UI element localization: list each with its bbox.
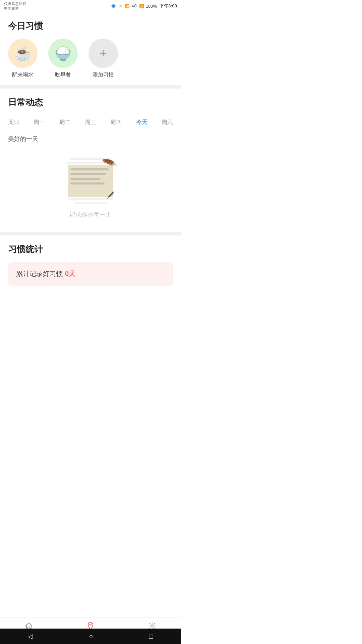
divider-2 [0, 232, 181, 235]
divider-1 [0, 85, 181, 89]
status-bar: 仅限紧急呼叫 中国联通 🔷 ⚡ 📶 4G 📶 100% 下午3:03 [0, 0, 181, 12]
day-sunday[interactable]: 周日 [5, 116, 22, 128]
habits-row: ☕ 醒来喝水 🍚 吃早餐 + 添加习惯 [8, 39, 173, 78]
stats-section: 习惯统计 累计记录好习惯 0天 [0, 235, 181, 291]
habit-icon-breakfast: 🍚 [48, 39, 78, 68]
battery-text: 100% [146, 4, 157, 9]
plus-icon: + [100, 46, 107, 60]
habits-section: 今日习惯 ☕ 醒来喝水 🍚 吃早餐 + 添加习惯 [0, 12, 181, 85]
stats-card-text: 累计记录好习惯 [16, 269, 63, 278]
day-today[interactable]: 今天 [133, 116, 150, 128]
habit-item-add[interactable]: + 添加习惯 [88, 39, 118, 78]
stats-card: 累计记录好习惯 0天 [8, 262, 173, 286]
scroll-content [70, 168, 111, 184]
empty-state: 🪶 🖋️ 记录你的每一天 [0, 148, 181, 232]
main-content: 今日习惯 ☕ 醒来喝水 🍚 吃早餐 + 添加习惯 日常动态 [0, 12, 181, 335]
carrier-info: 仅限紧急呼叫 中国联通 [4, 1, 26, 11]
habit-item-breakfast[interactable]: 🍚 吃早餐 [48, 39, 78, 78]
daily-title: 日常动态 [8, 97, 173, 108]
empty-text: 记录你的每一天 [69, 211, 112, 219]
daily-section: 日常动态 [0, 89, 181, 108]
empty-illustration: 🪶 🖋️ [60, 155, 121, 205]
day-nav: 周日 周一 周二 周三 周四 今天 周六 [0, 115, 181, 133]
day-saturday[interactable]: 周六 [159, 116, 176, 128]
stats-highlight: 0天 [65, 269, 75, 278]
habit-icon-drink: ☕ [8, 39, 38, 68]
status-right: 🔷 ⚡ 📶 4G 📶 100% 下午3:03 [111, 3, 177, 9]
time-text: 下午3:03 [160, 3, 177, 9]
status-icons: 🔷 ⚡ 📶 4G 📶 [111, 4, 144, 8]
day-monday[interactable]: 周一 [31, 116, 48, 128]
day-tuesday[interactable]: 周二 [57, 116, 73, 128]
day-subtitle: 美好的一天 [0, 135, 181, 143]
day-wednesday[interactable]: 周三 [82, 116, 99, 128]
habits-title: 今日习惯 [8, 20, 173, 32]
habit-item-drink[interactable]: ☕ 醒来喝水 [8, 39, 38, 78]
stats-title: 习惯统计 [8, 244, 173, 255]
add-habit-icon: + [88, 39, 118, 68]
habit-label-breakfast: 吃早餐 [55, 71, 71, 78]
add-habit-label: 添加习惯 [93, 71, 114, 78]
habit-label-drink: 醒来喝水 [12, 71, 34, 78]
day-thursday[interactable]: 周四 [108, 116, 124, 128]
blur-lines-bottom [60, 198, 121, 204]
